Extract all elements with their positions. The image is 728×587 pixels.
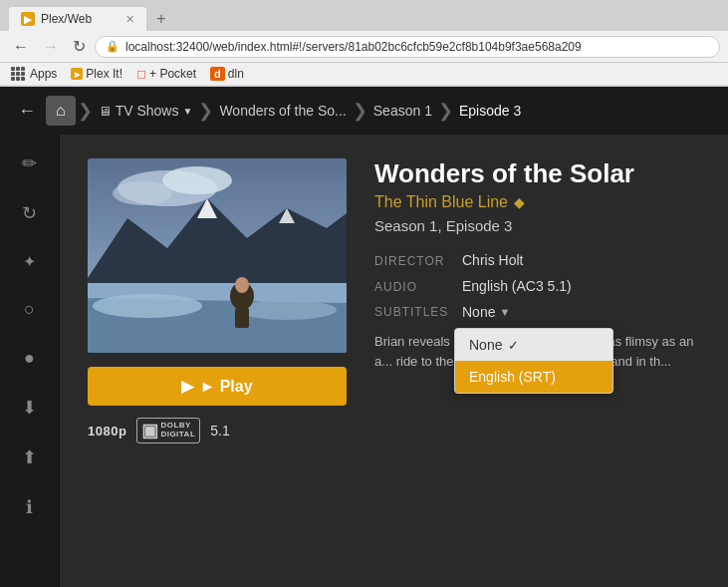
subtitle-text: The Thin Blue Line bbox=[374, 193, 508, 211]
plex-back-button[interactable]: ← bbox=[8, 95, 46, 128]
audio-label: AUDIO bbox=[374, 280, 454, 294]
breadcrumb-tv-shows-label: TV Shows bbox=[116, 103, 179, 119]
play-icon: ▶ bbox=[181, 377, 193, 396]
breadcrumb-show-label: Wonders of the So... bbox=[219, 103, 346, 119]
url-text: localhost:32400/web/index.html#!/servers… bbox=[125, 40, 709, 54]
breadcrumb-show[interactable]: Wonders of the So... bbox=[215, 103, 350, 119]
tab-title: Plex/Web bbox=[41, 12, 92, 26]
season-episode: Season 1, Episode 3 bbox=[374, 217, 700, 234]
svg-point-13 bbox=[93, 294, 202, 318]
circle-outline-icon[interactable]: ○ bbox=[18, 293, 41, 326]
subtitle-option-none[interactable]: None ✓ bbox=[455, 329, 612, 361]
chevron-down-icon: ▼ bbox=[182, 106, 192, 117]
director-row: DIRECTOR Chris Holt bbox=[374, 252, 700, 268]
bookmark-pocket[interactable]: ◻ + Pocket bbox=[133, 66, 199, 82]
dolby-d-icon: ▣ bbox=[141, 420, 157, 441]
navigation-bar: ← → ↻ 🔒 localhost:32400/web/index.html#!… bbox=[0, 31, 728, 63]
dolby-badge: ▣ DOLBYDIGITAL bbox=[136, 418, 200, 443]
tab-bar: ▶ Plex/Web ✕ + bbox=[0, 0, 728, 31]
breadcrumb-tv-shows[interactable]: 🖥 TV Shows ▼ bbox=[95, 103, 197, 119]
play-button[interactable]: ▶ ► Play bbox=[88, 367, 347, 406]
breadcrumb-sep-0: ❯ bbox=[78, 100, 93, 122]
reload-button[interactable]: ↻ bbox=[68, 35, 91, 58]
svg-point-6 bbox=[162, 166, 232, 194]
episode-subtitle: The Thin Blue Line ◆ bbox=[374, 193, 700, 211]
breadcrumb-sep-3: ❯ bbox=[438, 100, 453, 122]
svg-rect-16 bbox=[235, 308, 249, 328]
bookmark-plexit[interactable]: ▶ Plex It! bbox=[68, 66, 125, 82]
forward-button[interactable]: → bbox=[38, 36, 64, 58]
check-icon: ✓ bbox=[508, 338, 519, 353]
subtitles-label: SUBTITLES bbox=[374, 305, 454, 319]
active-tab[interactable]: ▶ Plex/Web ✕ bbox=[8, 6, 147, 31]
svg-point-17 bbox=[235, 277, 249, 293]
breadcrumb-sep-2: ❯ bbox=[353, 100, 367, 122]
dolby-text: DOLBYDIGITAL bbox=[160, 422, 195, 440]
audio-row: AUDIO English (AC3 5.1) bbox=[374, 278, 700, 294]
pocket-icon: ◻ bbox=[136, 67, 146, 81]
svg-text:▶: ▶ bbox=[24, 14, 33, 25]
bookmark-apps[interactable]: Apps bbox=[8, 66, 60, 82]
breadcrumb-sep-1: ❯ bbox=[198, 100, 213, 122]
subtitle-option-english-srt[interactable]: English (SRT) bbox=[455, 361, 612, 393]
poster-scene bbox=[88, 158, 347, 353]
bookmark-dln-label: dln bbox=[228, 67, 244, 81]
media-badges: 1080p ▣ DOLBYDIGITAL 5.1 bbox=[88, 418, 347, 443]
breadcrumb: ❯ 🖥 TV Shows ▼ ❯ Wonders of the So... ❯ … bbox=[76, 100, 526, 122]
subtitle-english-srt-label: English (SRT) bbox=[469, 369, 556, 385]
edit-icon[interactable]: ✏ bbox=[16, 147, 43, 180]
download-icon[interactable]: ⬇ bbox=[16, 391, 43, 425]
browser-chrome: ▶ Plex/Web ✕ + ← → ↻ 🔒 localhost:32400/w… bbox=[0, 0, 728, 87]
breadcrumb-episode[interactable]: Episode 3 bbox=[455, 103, 525, 119]
plex-home-button[interactable]: ⌂ bbox=[46, 96, 76, 126]
sidebar: ✏ ↻ ✦ ○ ● ⬇ ⬆ ℹ bbox=[0, 135, 60, 587]
plexit-icon: ▶ bbox=[71, 68, 83, 80]
plex-app: ← ⌂ ❯ 🖥 TV Shows ▼ ❯ Wonders of the So..… bbox=[0, 87, 728, 587]
magic-icon[interactable]: ✦ bbox=[17, 246, 42, 277]
bookmark-apps-label: Apps bbox=[30, 67, 57, 81]
subtitle-caret-icon: ▼ bbox=[499, 306, 510, 318]
subtitle-dot: ◆ bbox=[514, 194, 525, 210]
refresh-icon[interactable]: ↻ bbox=[16, 196, 43, 230]
subtitle-none-label: None bbox=[469, 337, 502, 353]
lock-icon: 🔒 bbox=[106, 40, 120, 53]
episode-poster bbox=[88, 158, 347, 353]
audio-value: English (AC3 5.1) bbox=[462, 278, 572, 294]
subtitle-current-value: None bbox=[462, 304, 495, 320]
plex-favicon: ▶ bbox=[21, 12, 35, 26]
upload-icon[interactable]: ⬆ bbox=[16, 440, 43, 474]
resolution-badge: 1080p bbox=[88, 424, 126, 439]
svg-point-7 bbox=[113, 181, 172, 205]
bookmark-pocket-label: + Pocket bbox=[149, 67, 196, 81]
circle-filled-icon[interactable]: ● bbox=[18, 342, 41, 375]
info-panel: Wonders of the Solar The Thin Blue Line … bbox=[374, 158, 700, 443]
new-tab-button[interactable]: + bbox=[147, 7, 175, 31]
monitor-icon: 🖥 bbox=[99, 104, 112, 119]
bookmark-dln[interactable]: d dln bbox=[207, 66, 247, 82]
subtitle-dropdown: None ✓ English (SRT) bbox=[454, 328, 613, 394]
dln-icon: d bbox=[210, 67, 225, 81]
apps-grid-icon bbox=[11, 67, 25, 81]
show-title: Wonders of the Solar bbox=[374, 158, 700, 189]
mountain-scene-svg bbox=[88, 158, 347, 353]
play-label: ► Play bbox=[199, 378, 252, 396]
info-icon[interactable]: ℹ bbox=[20, 490, 39, 524]
subtitle-select[interactable]: None ▼ bbox=[462, 304, 510, 320]
subtitles-row: SUBTITLES None ▼ None ✓ Eng bbox=[374, 304, 700, 320]
tab-close-button[interactable]: ✕ bbox=[125, 13, 134, 26]
breadcrumb-season-label: Season 1 bbox=[373, 103, 432, 119]
episode-thumbnail-column: ▶ ► Play 1080p ▣ DOLBYDIGITAL 5.1 bbox=[88, 158, 347, 443]
breadcrumb-season[interactable]: Season 1 bbox=[369, 103, 436, 119]
back-button[interactable]: ← bbox=[8, 36, 34, 58]
director-value: Chris Holt bbox=[462, 252, 523, 268]
address-bar[interactable]: 🔒 localhost:32400/web/index.html#!/serve… bbox=[95, 36, 720, 58]
plex-nav: ← ⌂ ❯ 🖥 TV Shows ▼ ❯ Wonders of the So..… bbox=[0, 87, 728, 135]
bookmarks-bar: Apps ▶ Plex It! ◻ + Pocket d dln bbox=[0, 63, 728, 86]
director-label: DIRECTOR bbox=[374, 254, 454, 268]
detail-panel: ▶ ► Play 1080p ▣ DOLBYDIGITAL 5.1 Wonde bbox=[60, 135, 728, 587]
surround-badge: 5.1 bbox=[210, 423, 229, 439]
breadcrumb-episode-label: Episode 3 bbox=[459, 103, 521, 119]
plex-content: ✏ ↻ ✦ ○ ● ⬇ ⬆ ℹ bbox=[0, 135, 728, 587]
bookmark-plexit-label: Plex It! bbox=[86, 67, 122, 81]
detail-row: ▶ ► Play 1080p ▣ DOLBYDIGITAL 5.1 Wonde bbox=[88, 158, 700, 443]
